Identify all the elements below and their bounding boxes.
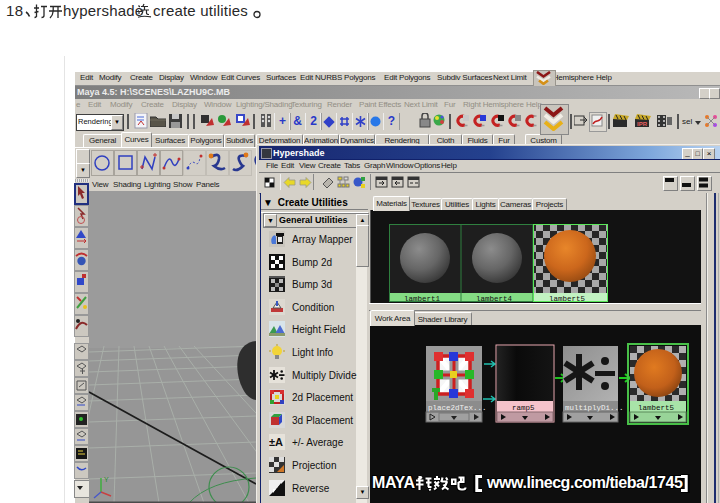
svg-text:place2dTex...: place2dTex... [428, 404, 487, 412]
svg-text:±A: ±A [269, 436, 283, 448]
svg-text:IPR: IPR [637, 121, 648, 127]
svg-text:Y: Y [104, 476, 109, 483]
svg-text:multiplyDi...: multiplyDi... [565, 404, 624, 412]
svg-text:lambert1: lambert1 [404, 295, 441, 302]
svg-text:ramp5: ramp5 [512, 404, 535, 412]
svg-text:lambert4: lambert4 [476, 295, 513, 302]
svg-text:lambert5: lambert5 [549, 295, 586, 302]
svg-text:lambert5: lambert5 [638, 404, 675, 412]
